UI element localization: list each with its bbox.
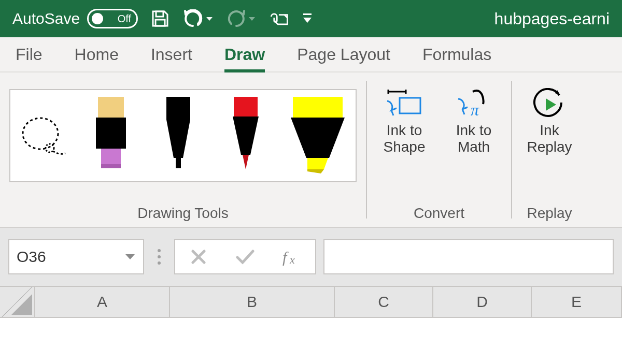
highlighter-yellow[interactable] — [287, 97, 348, 174]
column-header-c[interactable]: C — [335, 287, 433, 317]
svg-rect-12 — [166, 97, 190, 120]
ink-to-shape-button[interactable]: Ink to Shape — [376, 88, 432, 155]
autosave-state: Off — [118, 13, 131, 25]
svg-rect-25 — [400, 98, 420, 113]
formula-bar-buttons: f x — [174, 239, 316, 274]
ink-to-math-button[interactable]: π Ink to Math — [446, 88, 502, 155]
insert-function-button[interactable]: f x — [268, 240, 315, 273]
svg-marker-19 — [291, 118, 345, 158]
redo-dropdown-caret[interactable] — [248, 16, 256, 21]
ribbon-tabs: File Home Insert Draw Page Layout Formul… — [0, 37, 622, 72]
undo-split-button[interactable] — [182, 8, 214, 30]
ink-replay-icon — [531, 88, 568, 119]
name-box[interactable]: O36 — [8, 239, 144, 274]
document-title: hubpages-earni — [494, 9, 610, 28]
tab-draw[interactable]: Draw — [224, 45, 265, 71]
ink-to-shape-icon — [384, 88, 425, 119]
name-box-caret-icon[interactable] — [124, 253, 136, 260]
svg-point-7 — [46, 144, 54, 152]
ink-to-math-icon: π — [455, 88, 492, 119]
svg-text:f: f — [282, 249, 289, 266]
redo-split-button[interactable] — [225, 8, 256, 30]
svg-text:x: x — [289, 253, 295, 266]
svg-marker-20 — [307, 158, 328, 169]
svg-rect-15 — [234, 97, 258, 117]
undo-icon[interactable] — [182, 8, 204, 30]
group-label-convert: Convert — [414, 205, 464, 225]
svg-rect-9 — [96, 118, 126, 149]
svg-rect-14 — [176, 158, 181, 168]
customize-qat-button[interactable] — [301, 8, 314, 30]
tab-formulas[interactable]: Formulas — [422, 45, 491, 71]
pen-black[interactable] — [152, 97, 204, 174]
redo-icon[interactable] — [225, 8, 247, 30]
svg-marker-28 — [125, 254, 135, 259]
group-label-replay: Replay — [527, 205, 572, 225]
svg-rect-10 — [101, 149, 121, 165]
attach-button[interactable] — [267, 8, 289, 30]
svg-marker-17 — [243, 155, 249, 169]
svg-marker-21 — [307, 169, 324, 173]
toggle-knob — [92, 13, 103, 24]
tab-file[interactable]: File — [16, 45, 43, 71]
save-button[interactable] — [149, 8, 171, 30]
svg-marker-16 — [233, 117, 259, 155]
lasso-select-tool[interactable] — [18, 97, 69, 174]
svg-rect-1 — [156, 20, 165, 26]
svg-rect-18 — [293, 97, 343, 118]
pen-tan-purple[interactable] — [85, 97, 137, 174]
svg-marker-13 — [166, 120, 190, 158]
svg-marker-2 — [206, 17, 213, 21]
svg-marker-3 — [249, 17, 255, 21]
column-header-a[interactable]: A — [35, 287, 170, 317]
enter-button[interactable] — [222, 240, 268, 273]
group-drawing-tools: Drawing Tools — [0, 72, 366, 227]
tab-insert[interactable]: Insert — [151, 45, 192, 71]
formula-bar: O36 f x — [0, 228, 622, 286]
undo-dropdown-caret[interactable] — [205, 16, 214, 21]
column-header-b[interactable]: B — [170, 287, 335, 317]
select-all-corner[interactable] — [0, 287, 35, 317]
svg-rect-8 — [98, 97, 124, 118]
autosave-label: AutoSave — [12, 10, 80, 27]
autosave-switch[interactable]: Off — [87, 9, 138, 28]
svg-marker-27 — [546, 98, 556, 111]
svg-rect-0 — [156, 11, 163, 17]
group-replay: Ink Replay Replay — [512, 72, 587, 227]
name-box-value: O36 — [17, 248, 46, 266]
formula-input[interactable] — [323, 239, 614, 274]
column-headers: A B C D E — [0, 286, 622, 318]
column-header-e[interactable]: E — [532, 287, 622, 317]
group-convert: Ink to Shape π Ink to Math Convert — [367, 72, 511, 227]
worksheet-grid[interactable] — [0, 318, 622, 364]
autosave-toggle[interactable]: AutoSave Off — [12, 9, 138, 28]
pen-red[interactable] — [220, 97, 272, 174]
formula-bar-options[interactable] — [151, 249, 167, 265]
ink-replay-label: Ink Replay — [521, 122, 577, 155]
svg-marker-5 — [303, 18, 312, 23]
group-label-drawing-tools: Drawing Tools — [137, 205, 228, 225]
ink-replay-button[interactable]: Ink Replay — [521, 88, 577, 155]
pen-gallery — [9, 89, 357, 182]
cancel-button[interactable] — [175, 240, 222, 273]
tab-home[interactable]: Home — [75, 45, 119, 71]
title-bar: AutoSave Off — [0, 0, 622, 37]
svg-rect-4 — [303, 13, 312, 15]
ink-to-shape-label: Ink to Shape — [376, 122, 432, 155]
column-header-d[interactable]: D — [433, 287, 532, 317]
ribbon: Drawing Tools Ink to Shape — [0, 72, 622, 228]
tab-page-layout[interactable]: Page Layout — [297, 45, 390, 71]
svg-text:π: π — [471, 100, 479, 119]
ink-to-math-label: Ink to Math — [446, 122, 502, 155]
svg-rect-11 — [101, 164, 121, 168]
